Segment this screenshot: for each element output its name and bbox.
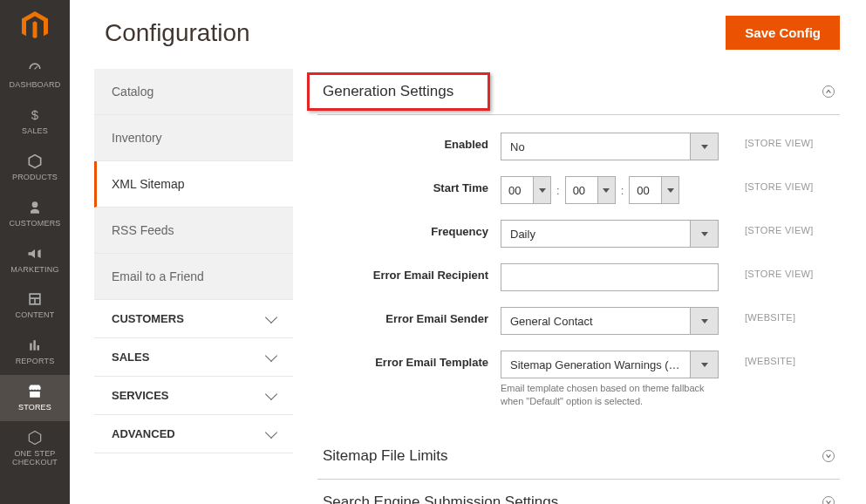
sidenav-email-friend[interactable]: Email to a Friend xyxy=(94,254,293,300)
expand-icon xyxy=(822,496,835,504)
config-side-nav: Catalog Inventory XML Sitemap RSS Feeds … xyxy=(94,69,293,504)
collapse-icon xyxy=(822,85,835,98)
scope-frequency: [STORE VIEW] xyxy=(719,220,814,235)
label-start-time: Start Time xyxy=(317,176,501,194)
sidenav-sales[interactable]: SALES xyxy=(94,338,293,377)
label-sender: Error Email Sender xyxy=(317,307,501,325)
admin-left-rail: DASHBOARD $SALES PRODUCTS CUSTOMERS MARK… xyxy=(0,0,70,504)
section-file-limits[interactable]: Sitemap File Limits xyxy=(317,433,840,480)
generation-form: Enabled No [STORE VIEW] Start Time 00 : … xyxy=(317,115,840,433)
template-note: Email template chosen based on theme fal… xyxy=(501,382,719,409)
label-frequency: Frequency xyxy=(317,220,501,238)
svg-text:$: $ xyxy=(31,107,39,122)
save-config-button[interactable]: Save Config xyxy=(726,16,840,50)
scope-enabled: [STORE VIEW] xyxy=(719,133,814,148)
label-enabled: Enabled xyxy=(317,133,501,151)
label-recipient: Error Email Recipient xyxy=(317,263,501,282)
select-second[interactable]: 00 xyxy=(629,176,679,204)
rail-checkout[interactable]: ONE STEP CHECKOUT xyxy=(0,421,70,476)
scope-sender: [WEBSITE] xyxy=(719,307,795,323)
rail-reports[interactable]: REPORTS xyxy=(0,329,70,375)
rail-products[interactable]: PRODUCTS xyxy=(0,145,70,191)
input-error-recipient[interactable] xyxy=(501,263,719,291)
sidenav-rss[interactable]: RSS Feeds xyxy=(94,208,293,254)
scope-recipient: [STORE VIEW] xyxy=(719,263,814,279)
select-error-template[interactable]: Sitemap Generation Warnings (Def xyxy=(501,351,719,378)
chevron-down-icon xyxy=(265,310,277,323)
select-frequency[interactable]: Daily xyxy=(501,220,719,248)
chevron-down-icon xyxy=(265,426,277,438)
select-error-sender[interactable]: General Contact xyxy=(501,307,719,335)
section-generation-settings[interactable]: Generation Settings xyxy=(317,69,840,115)
rail-sales[interactable]: $SALES xyxy=(0,99,70,145)
page-header: Configuration Save Config xyxy=(70,0,866,69)
page-title: Configuration xyxy=(105,19,726,47)
configuration-panel: Generation Settings Enabled No [STORE VI… xyxy=(293,69,866,504)
scope-start-time: [STORE VIEW] xyxy=(719,176,814,192)
expand-icon xyxy=(822,450,835,462)
rail-marketing[interactable]: MARKETING xyxy=(0,237,70,283)
rail-customers[interactable]: CUSTOMERS xyxy=(0,191,70,237)
chevron-down-icon xyxy=(265,387,277,399)
label-template: Error Email Template xyxy=(317,351,501,369)
chevron-down-icon xyxy=(265,349,277,361)
select-enabled[interactable]: No xyxy=(501,133,719,160)
sidenav-catalog[interactable]: Catalog xyxy=(94,69,293,115)
scope-template: [WEBSITE] xyxy=(719,351,795,366)
sidenav-xml-sitemap[interactable]: XML Sitemap xyxy=(94,161,293,208)
select-minute[interactable]: 00 xyxy=(565,176,616,204)
main-area: Configuration Save Config Catalog Invent… xyxy=(70,0,866,504)
sidenav-inventory[interactable]: Inventory xyxy=(94,115,293,161)
select-hour[interactable]: 00 xyxy=(501,176,551,204)
sidenav-services[interactable]: SERVICES xyxy=(94,377,293,415)
section-search-engine[interactable]: Search Engine Submission Settings xyxy=(317,480,840,504)
rail-stores[interactable]: STORES xyxy=(0,375,70,421)
content-columns: Catalog Inventory XML Sitemap RSS Feeds … xyxy=(70,69,866,504)
magento-logo[interactable] xyxy=(0,0,70,52)
sidenav-customers[interactable]: CUSTOMERS xyxy=(94,300,293,338)
rail-dashboard[interactable]: DASHBOARD xyxy=(0,52,70,99)
dropdown-icon xyxy=(690,133,718,160)
rail-content[interactable]: CONTENT xyxy=(0,283,70,329)
sidenav-advanced[interactable]: ADVANCED xyxy=(94,415,293,453)
